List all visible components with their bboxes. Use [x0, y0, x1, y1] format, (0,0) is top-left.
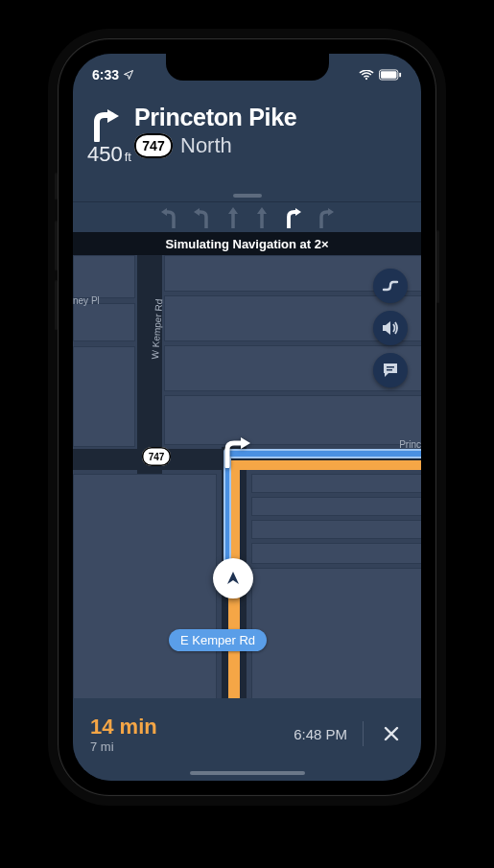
map-block — [251, 474, 421, 493]
lane-right-icon — [317, 207, 334, 228]
street-label: Princ — [399, 439, 421, 450]
screen: 6:33 — [73, 54, 421, 781]
map-route-shield: 747 — [142, 447, 171, 466]
map-block — [251, 497, 421, 516]
speaker-icon — [382, 320, 399, 336]
compass-arrow-icon — [224, 570, 242, 587]
map-block — [73, 346, 135, 447]
hw-silent-switch — [55, 173, 58, 199]
maneuver-direction: North — [180, 133, 232, 158]
wifi-icon — [359, 70, 374, 81]
maneuver-secondary: 747 North — [134, 133, 296, 158]
hw-volume-down — [55, 280, 58, 330]
user-location-puck — [213, 558, 253, 598]
route-shield-badge: 747 — [134, 133, 173, 158]
simulation-banner: Simulating Navigation at 2× — [73, 232, 421, 255]
route-icon — [382, 279, 399, 293]
route-line — [223, 449, 421, 458]
notch — [166, 54, 329, 81]
map-block — [164, 395, 421, 445]
lane-right-active-icon — [284, 207, 301, 228]
lane-straight-icon — [255, 207, 269, 228]
map-block — [73, 303, 135, 341]
trip-distance: 7 mi — [90, 739, 157, 754]
lane-straight-icon — [226, 207, 240, 228]
bottom-panel[interactable]: 14 min 7 mi 6:48 PM — [73, 698, 421, 781]
trip-duration: 14 min — [90, 715, 157, 739]
eta-group: 14 min 7 mi — [90, 715, 157, 754]
map-block — [73, 255, 135, 298]
arrival-time: 6:48 PM — [294, 726, 347, 742]
street-label: ney Pl — [73, 295, 100, 306]
maneuver-distance: 450ft — [87, 142, 131, 167]
banner-grabber[interactable] — [233, 194, 262, 198]
svg-rect-3 — [399, 73, 401, 78]
map-block — [251, 543, 421, 564]
svg-point-0 — [365, 77, 367, 79]
chat-icon — [383, 363, 398, 378]
end-navigation-button[interactable] — [379, 721, 404, 746]
hw-volume-up — [55, 221, 58, 270]
route-overview-button[interactable] — [373, 269, 408, 303]
home-indicator[interactable] — [190, 771, 305, 775]
maneuver-distance-value: 450 — [87, 142, 123, 166]
hw-power — [436, 230, 439, 303]
lane-left-icon — [194, 207, 211, 228]
feedback-button[interactable] — [373, 353, 408, 387]
map-block — [251, 520, 421, 539]
turn-right-icon — [90, 109, 121, 146]
simulation-text: Simulating Navigation at 2× — [165, 237, 328, 251]
maneuver-banner[interactable]: Princeton Pike 747 North 450ft — [73, 96, 421, 201]
location-arrow-icon — [123, 69, 134, 81]
map-turn-arrow-icon — [219, 435, 251, 468]
status-time: 6:33 — [92, 67, 119, 82]
map-block — [73, 474, 217, 698]
svg-rect-5 — [387, 369, 392, 371]
map-block — [251, 568, 421, 698]
map-view[interactable]: ney Pl W Kemper Rd Princ 747 E Kemper Rd — [73, 255, 421, 698]
mute-button[interactable] — [373, 311, 408, 345]
battery-icon — [379, 69, 402, 81]
maneuver-distance-unit: ft — [125, 150, 131, 164]
route-traveled — [228, 460, 421, 470]
svg-rect-2 — [381, 71, 397, 78]
divider — [363, 721, 364, 746]
lane-left-icon — [161, 207, 178, 228]
phone-frame: 6:33 — [58, 38, 436, 796]
lane-guidance — [73, 201, 421, 232]
maneuver-primary-text: Princeton Pike — [134, 104, 296, 131]
status-time-group: 6:33 — [92, 67, 134, 82]
current-road-pill: E Kemper Rd — [169, 629, 267, 651]
current-road-label: E Kemper Rd — [180, 633, 255, 647]
svg-rect-4 — [387, 366, 394, 368]
close-icon — [384, 726, 399, 741]
status-right — [359, 69, 402, 81]
